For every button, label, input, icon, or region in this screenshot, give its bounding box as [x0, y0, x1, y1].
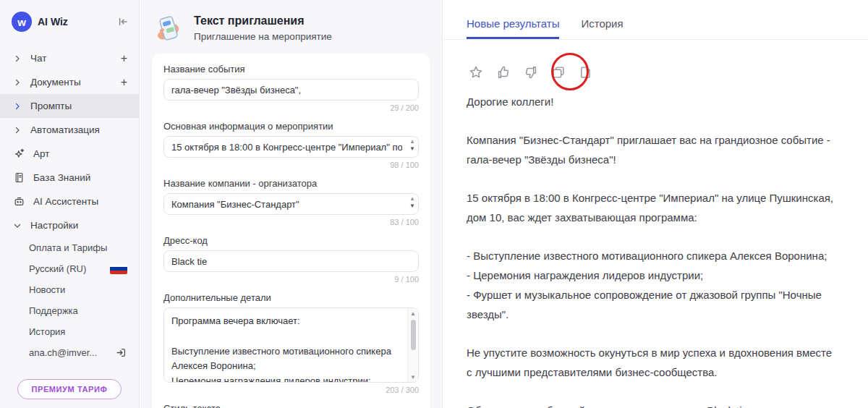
field-event-name: Название события 29 / 200: [163, 64, 419, 112]
field-dress-code: Дресс-код 9 / 100: [163, 235, 419, 284]
invitation-prompt-icon: [153, 13, 184, 43]
sidebar-item-label: Документы: [30, 77, 121, 88]
ai-wiz-logo-icon: w: [12, 12, 32, 32]
add-document-icon[interactable]: +: [121, 76, 127, 89]
thumbs-down-icon[interactable]: [520, 61, 542, 83]
event-name-input[interactable]: [163, 79, 419, 101]
sparkles-icon: [13, 148, 25, 160]
sidebar-item-automation[interactable]: Автоматизация: [0, 118, 139, 142]
sidebar-item-support[interactable]: Поддержка: [0, 300, 139, 321]
dress-code-input[interactable]: [163, 250, 419, 272]
field-text-style: Стиль текста: [163, 403, 419, 408]
char-counter: 29 / 200: [163, 103, 419, 112]
field-label: Стиль текста: [163, 403, 419, 408]
sidebar-item-art[interactable]: Арт: [0, 142, 139, 166]
logout-icon[interactable]: [115, 347, 127, 359]
event-info-input[interactable]: [163, 136, 419, 158]
sidebar-item-language[interactable]: Русский (RU): [0, 258, 139, 279]
tabs-divider: [443, 39, 868, 40]
char-counter: 9 / 100: [163, 275, 419, 284]
sidebar-header: w AI Wiz: [0, 0, 139, 42]
result-paragraph: Дорогие коллеги!: [467, 92, 838, 111]
sidebar-item-knowledge-base[interactable]: База Знаний: [0, 166, 139, 190]
prompt-form-card: Название события 29 / 200 Основная инфор…: [152, 54, 430, 408]
sidebar-item-label: Промпты: [30, 101, 127, 111]
chevron-right-icon: [13, 54, 22, 63]
field-company-name: Название компании - организатора ▲▼ 83 /…: [163, 178, 419, 226]
sidebar-item-label: История: [29, 326, 127, 337]
char-counter: 98 / 100: [163, 161, 419, 169]
app-title: AI Wiz: [38, 16, 116, 27]
result-actions: [465, 61, 868, 83]
app-window: w AI Wiz Чат + Документы + Промпты: [0, 0, 868, 408]
thumbs-up-icon[interactable]: [493, 61, 514, 83]
result-paragraph: - Выступление известного мотивационного …: [467, 246, 838, 324]
sidebar-item-label: Оплата и Тарифы: [29, 242, 127, 253]
chevron-right-icon: [13, 102, 22, 111]
account-email-label: ana.ch@imver...: [29, 347, 115, 358]
field-label: Название компании - организатора: [163, 178, 419, 189]
field-label: Дополнительные детали: [163, 292, 419, 303]
prompt-header: Текст приглашения Приглашение на меропри…: [140, 0, 442, 54]
prompt-titles: Текст приглашения Приглашение на меропри…: [194, 14, 332, 42]
field-label: Название события: [163, 64, 419, 75]
sidebar-item-payments-tariffs[interactable]: Оплата и Тарифы: [0, 237, 139, 258]
chevron-down-icon: [13, 221, 22, 230]
sidebar-item-prompts[interactable]: Промпты: [0, 94, 139, 118]
result-paragraph: Не упустите возможность окунуться в мир …: [467, 343, 838, 382]
sidebar-item-ai-assistants[interactable]: AI Ассистенты: [0, 190, 139, 213]
scrollbar-thumb[interactable]: [411, 320, 416, 350]
russian-flag-icon: [110, 264, 127, 274]
sidebar-item-label: Русский (RU): [29, 263, 110, 274]
book-icon: [13, 171, 25, 184]
result-paragraph: Компания "Бизнес-Стандарт" приглашает ва…: [467, 130, 838, 169]
robot-icon: [13, 195, 25, 208]
char-counter: 203 / 300: [163, 386, 419, 394]
copy-icon[interactable]: [548, 61, 569, 83]
result-paragraph: 15 октября в 18:00 в Конгресс-центре "Им…: [467, 188, 838, 227]
field-event-info: Основная информация о мероприятии ▲▼ 98 …: [163, 121, 419, 169]
file-icon[interactable]: [575, 61, 597, 83]
sidebar-item-label: Арт: [33, 148, 127, 159]
result-paragraph: Обязательно соблюдайте дресс-код, если е…: [467, 401, 838, 408]
char-counter: 83 / 100: [163, 218, 419, 226]
premium-tariff-button[interactable]: ПРЕМИУМ ТАРИФ: [17, 379, 121, 399]
collapse-sidebar-icon[interactable]: [116, 15, 129, 28]
chevron-right-icon: [13, 126, 22, 135]
company-name-input[interactable]: [163, 193, 419, 215]
sidebar-item-account[interactable]: ana.ch@imver...: [0, 342, 139, 363]
sidebar-item-label: Чат: [30, 53, 121, 64]
scroll-arrows-icon[interactable]: ▲▼: [409, 139, 415, 153]
sidebar-item-label: База Знаний: [33, 172, 127, 183]
add-chat-icon[interactable]: +: [121, 52, 127, 65]
scroll-arrows-icon[interactable]: ▲▼: [409, 196, 415, 211]
sidebar: w AI Wiz Чат + Документы + Промпты: [0, 0, 140, 408]
sidebar-item-news[interactable]: Новости: [0, 279, 139, 300]
field-label: Основная информация о мероприятии: [163, 121, 419, 132]
results-panel: Новые результаты История Дорогие коллег: [443, 0, 868, 408]
field-additional-details: Дополнительные детали Программа вечера в…: [163, 292, 419, 394]
scroll-down-icon[interactable]: ▼: [410, 372, 416, 382]
prompt-title: Текст приглашения: [194, 14, 332, 27]
star-icon[interactable]: [465, 61, 487, 83]
prompt-form-panel: Текст приглашения Приглашение на меропри…: [140, 0, 443, 408]
sidebar-item-label: Новости: [29, 284, 127, 295]
scroll-up-icon[interactable]: ▲: [410, 308, 416, 318]
sidebar-item-settings[interactable]: Настройки: [0, 213, 139, 237]
additional-details-textarea[interactable]: Программа вечера включает: Выступление и…: [164, 308, 418, 382]
sidebar-item-chat[interactable]: Чат +: [0, 46, 139, 70]
chevron-right-icon: [13, 78, 22, 87]
textarea-scrollbar[interactable]: ▲ ▼: [407, 308, 418, 382]
sidebar-item-label: AI Ассистенты: [33, 196, 127, 207]
sidebar-item-label: Настройки: [30, 220, 127, 231]
sidebar-item-label: Автоматизация: [30, 124, 127, 135]
sidebar-item-label: Поддержка: [29, 305, 127, 316]
tab-history[interactable]: История: [581, 17, 623, 39]
sidebar-item-history[interactable]: История: [0, 321, 139, 342]
sidebar-nav: Чат + Документы + Промпты Автоматизация …: [0, 46, 139, 363]
field-label: Дресс-код: [163, 235, 419, 246]
tab-new-results[interactable]: Новые результаты: [467, 17, 559, 39]
results-tabs: Новые результаты История: [443, 0, 868, 39]
prompt-subtitle: Приглашение на мероприятие: [194, 31, 332, 42]
sidebar-item-documents[interactable]: Документы +: [0, 70, 139, 94]
